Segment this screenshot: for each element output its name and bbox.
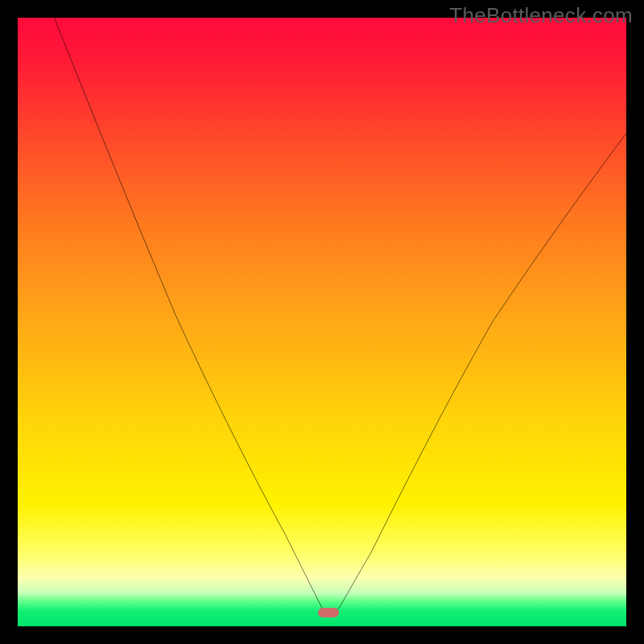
curve-right-branch: [334, 134, 626, 614]
chart-container: TheBottleneck.com: [0, 0, 644, 644]
optimal-point-marker: [318, 608, 339, 617]
watermark-text: TheBottleneck.com: [449, 3, 633, 28]
plot-area: [18, 18, 626, 626]
curve-left-branch: [54, 18, 334, 614]
bottleneck-curve: [18, 18, 626, 626]
